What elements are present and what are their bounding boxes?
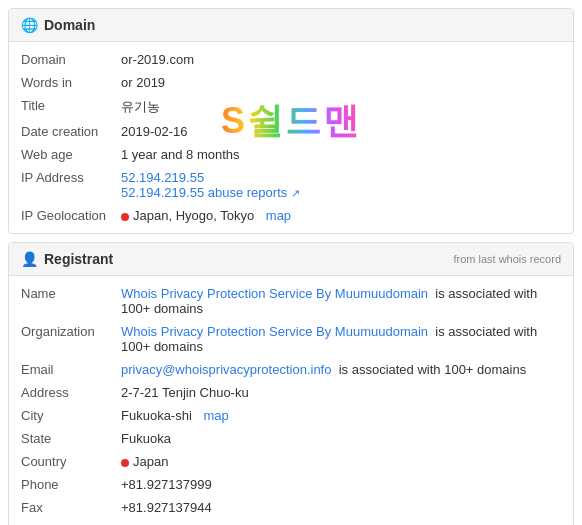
- org-value: Whois Privacy Protection Service By Muum…: [121, 324, 561, 354]
- ip-address-value: 52.194.219.55 52.194.219.55 abuse report…: [121, 170, 561, 200]
- email-value: privacy@whoisprivacyprotection.info is a…: [121, 362, 561, 377]
- private-row: Private yes, contact registrar for more …: [9, 519, 573, 525]
- ip-geolocation-row: IP Geolocation Japan, Hyogo, Tokyo map: [9, 204, 573, 227]
- ip-link[interactable]: 52.194.219.55: [121, 170, 204, 185]
- name-link[interactable]: Whois Privacy Protection Service By Muum…: [121, 286, 428, 301]
- country-row: Country Japan: [9, 450, 573, 473]
- external-icon: ↗: [291, 187, 300, 199]
- state-label: State: [21, 431, 121, 446]
- country-red-dot: [121, 459, 129, 467]
- web-age-label: Web age: [21, 147, 121, 162]
- city-label: City: [21, 408, 121, 423]
- registrant-header-note: from last whois record: [453, 253, 561, 265]
- domain-label: Domain: [21, 52, 121, 67]
- domain-section: 🌐 Domain Domain or-2019.com Words in or …: [8, 8, 574, 234]
- city-row: City Fukuoka-shi map: [9, 404, 573, 427]
- city-value: Fukuoka-shi map: [121, 408, 561, 423]
- ip-geolocation-label: IP Geolocation: [21, 208, 121, 223]
- address-value: 2-7-21 Tenjin Chuo-ku: [121, 385, 561, 400]
- geo-map-link[interactable]: map: [266, 208, 291, 223]
- web-age-row: Web age 1 year and 8 months: [9, 143, 573, 166]
- address-label: Address: [21, 385, 121, 400]
- ip-address-row: IP Address 52.194.219.55 52.194.219.55 a…: [9, 166, 573, 204]
- domain-row: Domain or-2019.com: [9, 48, 573, 71]
- fax-row: Fax +81.927137944: [9, 496, 573, 519]
- ip-abuse-link[interactable]: 52.194.219.55 abuse reports ↗: [121, 185, 300, 200]
- city-map-link[interactable]: map: [203, 408, 228, 423]
- title-row: Title 유기농: [9, 94, 573, 120]
- words-in-label: Words in: [21, 75, 121, 90]
- phone-value: +81.927137999: [121, 477, 561, 492]
- name-row: Name Whois Privacy Protection Service By…: [9, 282, 573, 320]
- fax-value: +81.927137944: [121, 500, 561, 515]
- words-in-value: or 2019: [121, 75, 561, 90]
- state-value: Fukuoka: [121, 431, 561, 446]
- address-row: Address 2-7-21 Tenjin Chuo-ku: [9, 381, 573, 404]
- registrant-section-title: Registrant: [44, 251, 113, 267]
- email-row: Email privacy@whoisprivacyprotection.inf…: [9, 358, 573, 381]
- country-label: Country: [21, 454, 121, 469]
- state-row: State Fukuoka: [9, 427, 573, 450]
- date-creation-label: Date creation: [21, 124, 121, 139]
- fax-label: Fax: [21, 500, 121, 515]
- country-value: Japan: [121, 454, 561, 469]
- domain-value: or-2019.com: [121, 52, 561, 67]
- date-creation-value: 2019-02-16: [121, 124, 561, 139]
- domain-section-title: Domain: [44, 17, 95, 33]
- title-label: Title: [21, 98, 121, 113]
- ip-geolocation-value: Japan, Hyogo, Tokyo map: [121, 208, 561, 223]
- registrant-person-icon: 👤: [21, 251, 38, 267]
- web-age-value: 1 year and 8 months: [121, 147, 561, 162]
- words-in-row: Words in or 2019: [9, 71, 573, 94]
- registrant-section-body: Name Whois Privacy Protection Service By…: [9, 276, 573, 525]
- ip-address-label: IP Address: [21, 170, 121, 185]
- name-label: Name: [21, 286, 121, 301]
- email-label: Email: [21, 362, 121, 377]
- title-value: 유기농: [121, 98, 561, 116]
- org-link[interactable]: Whois Privacy Protection Service By Muum…: [121, 324, 428, 339]
- name-value: Whois Privacy Protection Service By Muum…: [121, 286, 561, 316]
- phone-label: Phone: [21, 477, 121, 492]
- domain-section-body: Domain or-2019.com Words in or 2019 Titl…: [9, 42, 573, 233]
- date-creation-row: Date creation 2019-02-16: [9, 120, 573, 143]
- org-label: Organization: [21, 324, 121, 339]
- email-link[interactable]: privacy@whoisprivacyprotection.info: [121, 362, 331, 377]
- registrant-section: 👤 Registrant from last whois record Name…: [8, 242, 574, 525]
- domain-globe-icon: 🌐: [21, 17, 38, 33]
- org-row: Organization Whois Privacy Protection Se…: [9, 320, 573, 358]
- geo-red-dot: [121, 213, 129, 221]
- phone-row: Phone +81.927137999: [9, 473, 573, 496]
